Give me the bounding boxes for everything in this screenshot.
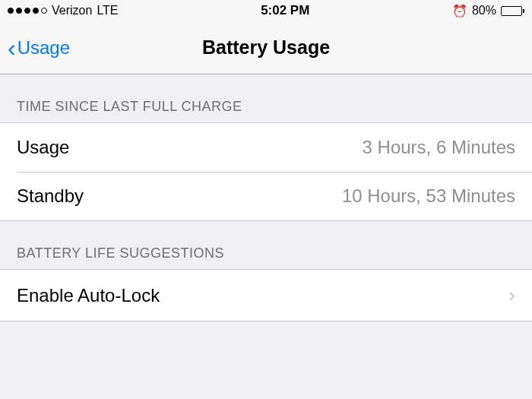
section-header-charge: TIME SINCE LAST FULL CHARGE: [0, 74, 532, 122]
autolock-row[interactable]: Enable Auto-Lock ›: [0, 270, 532, 321]
standby-row: Standby 10 Hours, 53 Minutes: [0, 172, 532, 220]
back-label: Usage: [17, 37, 70, 59]
status-bar: Verizon LTE 5:02 PM ⏰ 80%: [0, 0, 532, 21]
signal-strength-icon: [8, 8, 47, 14]
connection-label: LTE: [97, 4, 118, 17]
suggestions-group: Enable Auto-Lock ›: [0, 269, 532, 321]
battery-icon: [501, 6, 524, 16]
status-right: ⏰ 80%: [452, 4, 524, 18]
usage-label: Usage: [17, 137, 69, 158]
clock-label: 5:02 PM: [261, 3, 309, 18]
autolock-label: Enable Auto-Lock: [17, 285, 160, 306]
chevron-left-icon: ‹: [8, 36, 16, 60]
section-header-suggestions: BATTERY LIFE SUGGESTIONS: [0, 221, 532, 269]
battery-percent-label: 80%: [472, 4, 496, 17]
carrier-label: Verizon: [52, 4, 92, 17]
usage-value: 3 Hours, 6 Minutes: [363, 137, 515, 158]
usage-row: Usage 3 Hours, 6 Minutes: [0, 123, 532, 172]
standby-label: Standby: [17, 185, 84, 207]
charge-group: Usage 3 Hours, 6 Minutes Standby 10 Hour…: [0, 122, 532, 221]
nav-bar: ‹ Usage Battery Usage: [0, 21, 532, 74]
back-button[interactable]: ‹ Usage: [0, 36, 70, 60]
alarm-icon: ⏰: [452, 4, 467, 18]
standby-value: 10 Hours, 53 Minutes: [342, 185, 515, 207]
chevron-right-icon: ›: [508, 283, 515, 307]
status-left: Verizon LTE: [8, 4, 119, 17]
page-title: Battery Usage: [202, 36, 330, 59]
